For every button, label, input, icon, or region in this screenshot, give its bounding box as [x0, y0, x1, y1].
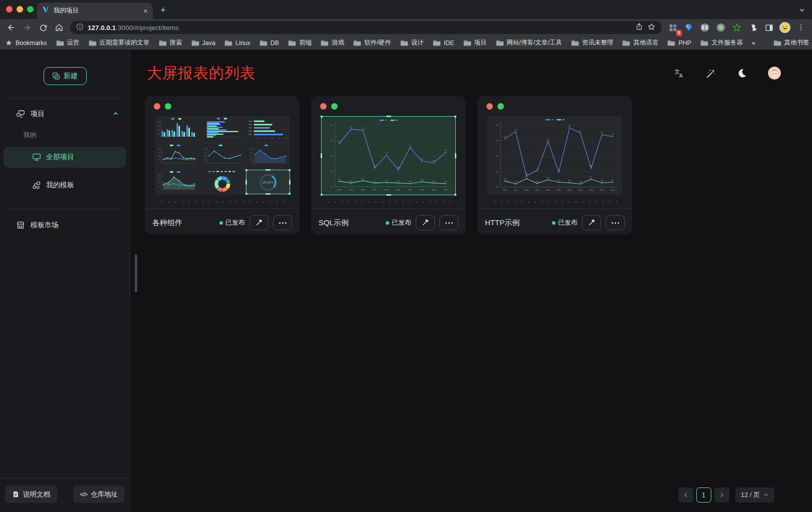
star-icon [5, 39, 13, 47]
card-title: 各种组件 [152, 218, 215, 228]
sidebar-item-template-market[interactable]: 模板市场 [0, 215, 130, 235]
bookmark-folder-item[interactable]: Linux [224, 40, 250, 47]
edit-button[interactable] [416, 215, 435, 230]
folder-icon [288, 40, 296, 47]
bookmark-folder-item[interactable]: 网站/博客/文章/工具 [496, 39, 562, 47]
bookmark-folder-item[interactable]: 资讯未整理 [571, 39, 614, 47]
chevron-down-icon [763, 491, 769, 499]
chevron-up-icon[interactable] [113, 110, 119, 118]
dark-mode-moon-icon[interactable] [736, 68, 747, 79]
bookmark-folder-item[interactable]: 近期需要读的文章 [89, 39, 150, 47]
edit-button[interactable] [582, 215, 601, 230]
sidebar-item-my-templates[interactable]: 我的模板 [4, 175, 126, 196]
window-minimize-button[interactable] [17, 6, 23, 13]
site-info-icon[interactable] [76, 23, 84, 33]
browser-tab[interactable]: 我的项目 × [37, 3, 153, 19]
bookmark-folder-item[interactable]: 游戏 [321, 39, 344, 47]
status-label: 已发布 [225, 218, 245, 227]
extension-gem-icon[interactable] [682, 21, 696, 35]
magic-wand-icon[interactable] [705, 68, 716, 79]
new-tab-button[interactable]: + [160, 5, 166, 15]
bookmark-folder-item[interactable]: 设计 [400, 39, 424, 47]
project-card[interactable]: 25.00% 各种组件 已发布 [145, 96, 300, 234]
side-panel-icon[interactable] [762, 21, 776, 35]
extension-command-icon[interactable] [698, 21, 712, 35]
folder-icon [571, 40, 579, 47]
mini-line-chart [201, 144, 244, 167]
other-bookmarks-item[interactable]: 其他书签 [773, 39, 809, 47]
browser-toolbar: 127.0.0.1:3000/#/project/items 9 [0, 19, 812, 36]
more-button[interactable] [606, 215, 625, 230]
share-icon[interactable] [635, 23, 643, 33]
reload-icon[interactable] [36, 21, 50, 35]
project-card[interactable]: HTTP示例 已发布 [477, 96, 632, 234]
sidebar-sublabel-mine: 我的 [0, 119, 130, 140]
sidebar-item-all-projects[interactable]: 全部项目 [4, 147, 126, 168]
svg-text:A: A [679, 73, 683, 79]
mini-bar-chart [155, 117, 198, 141]
page-size-select[interactable]: 12 / 页 [735, 487, 774, 502]
project-thumbnail[interactable]: 25.00% [155, 116, 290, 195]
card-footer: 各种组件 已发布 [145, 208, 300, 237]
bookmark-folder-item[interactable]: IDE [433, 40, 454, 47]
bookmark-folder-item[interactable]: PHP [667, 40, 691, 47]
new-project-label: 新建 [64, 72, 78, 81]
bookmark-folder-item[interactable]: 搜索 [159, 39, 182, 47]
scrollbar-thumb[interactable] [135, 254, 137, 292]
line-chart [487, 116, 622, 195]
more-button[interactable] [273, 215, 292, 230]
language-translate-icon[interactable]: 文A [673, 68, 684, 79]
bookmark-folder-item[interactable]: 运营 [56, 39, 80, 47]
red-dot-icon [320, 103, 327, 110]
bookmark-folder-item[interactable]: 软件/硬件 [353, 39, 391, 47]
page-size-label: 12 / 页 [741, 490, 760, 499]
profile-avatar-icon[interactable] [778, 21, 792, 35]
bookmarks-root-item[interactable]: Bookmarks [5, 39, 47, 47]
bookmarks-overflow-chevron[interactable]: » [752, 40, 755, 47]
sidebar-group-project[interactable]: 项目 [0, 99, 130, 119]
window-zoom-button[interactable] [27, 6, 34, 13]
status-badge: 已发布 [552, 218, 578, 227]
bookmark-folder-item[interactable]: DB [259, 40, 279, 47]
extension-star-icon[interactable] [730, 21, 744, 35]
bookmark-folder-item[interactable]: 其他语言 [622, 39, 658, 47]
window-close-button[interactable] [6, 6, 13, 13]
tab-overflow-chevron-icon[interactable] [799, 6, 805, 15]
extension-record-icon[interactable] [714, 21, 728, 35]
bookmark-folder-item[interactable]: Java [191, 40, 215, 47]
project-thumbnail[interactable] [321, 116, 456, 195]
extension-badge: 9 [676, 30, 682, 36]
folder-icon [191, 40, 199, 47]
project-thumbnail[interactable] [487, 116, 622, 195]
current-page-button[interactable]: 1 [696, 487, 711, 502]
red-dot-icon [486, 103, 493, 110]
bookmark-folder-item[interactable]: 文件服务器 [700, 39, 743, 47]
bookmark-folder-item[interactable]: 项目 [463, 39, 487, 47]
folder-icon [700, 40, 708, 47]
home-icon[interactable] [52, 21, 66, 35]
bookmark-folder-item[interactable]: 前端 [288, 39, 312, 47]
mini-capsule-chart [246, 117, 290, 141]
forward-icon[interactable] [20, 21, 34, 35]
folder-icon [773, 40, 781, 47]
new-project-button[interactable]: 新建 [44, 67, 87, 85]
url-bar[interactable]: 127.0.0.1:3000/#/project/items [70, 21, 662, 34]
status-label: 已发布 [558, 218, 578, 227]
sidebar: 新建 项目 我的 全部项目 我的模板 模板市场 [0, 50, 130, 512]
user-avatar[interactable] [768, 67, 781, 80]
bookmark-star-icon[interactable] [647, 23, 656, 33]
extension-grid-icon[interactable]: 9 [666, 21, 680, 35]
bookmarks-bar: Bookmarks 运营 近期需要读的文章 搜索 [0, 36, 812, 50]
back-icon[interactable] [4, 21, 18, 35]
repo-button[interactable]: </> 仓库地址 [73, 485, 125, 503]
project-card[interactable]: SQL示例 已发布 [311, 96, 466, 234]
edit-button[interactable] [249, 215, 268, 230]
next-page-button[interactable] [714, 487, 729, 502]
docs-button[interactable]: 说明文档 [5, 485, 57, 503]
browser-menu-icon[interactable] [794, 21, 808, 35]
tab-close-icon[interactable]: × [143, 7, 148, 15]
prev-page-button[interactable] [678, 487, 693, 502]
extensions-puzzle-icon[interactable] [746, 21, 760, 35]
more-button[interactable] [439, 215, 458, 230]
screens-icon [16, 110, 25, 119]
